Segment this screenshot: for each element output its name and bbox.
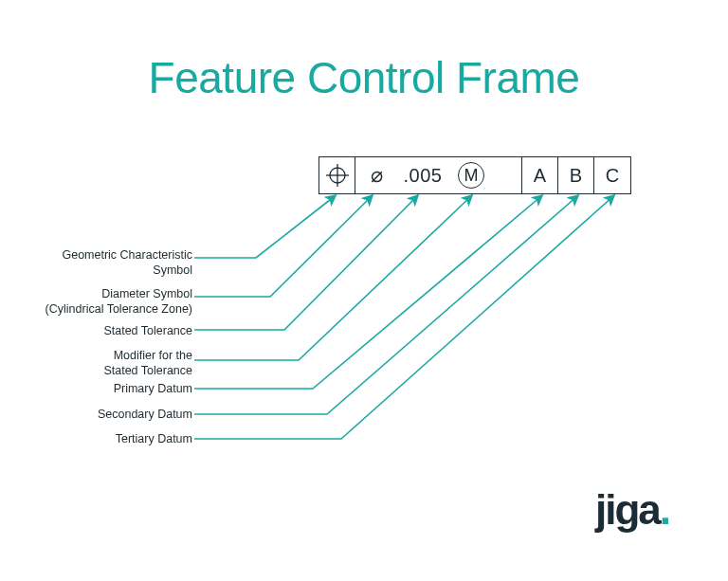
label-geometric-characteristic: Geometric CharacteristicSymbol — [31, 248, 192, 278]
fcf-primary-datum-cell: A — [522, 157, 558, 193]
material-condition-modifier: M — [458, 162, 484, 189]
jiga-logo: jiga. — [595, 486, 669, 534]
true-position-icon — [326, 164, 349, 187]
diameter-symbol: ⌀ — [359, 157, 393, 193]
diagram-title: Feature Control Frame — [0, 52, 728, 103]
label-secondary-datum: Secondary Datum — [50, 408, 192, 423]
logo-text: jiga — [595, 486, 660, 533]
fcf-secondary-datum-cell: B — [558, 157, 594, 193]
logo-dot: . — [660, 486, 669, 533]
fcf-tertiary-datum-cell: C — [594, 157, 630, 193]
label-stated-tolerance: Stated Tolerance — [50, 324, 192, 339]
fcf-geom-characteristic-cell — [319, 157, 355, 193]
label-modifier: Modifier for theStated Tolerance — [50, 349, 192, 378]
tolerance-value: .005 — [393, 157, 452, 193]
label-primary-datum: Primary Datum — [50, 382, 192, 397]
feature-control-frame: ⌀ .005 M A B C — [318, 156, 631, 194]
fcf-tolerance-cell: ⌀ .005 M — [355, 157, 522, 193]
label-diameter-symbol: Diameter Symbol(Cylindrical Tolerance Zo… — [3, 287, 192, 317]
label-tertiary-datum: Tertiary Datum — [50, 432, 192, 447]
diagram-canvas: Feature Control Frame ⌀ .005 M A B C — [0, 0, 728, 581]
